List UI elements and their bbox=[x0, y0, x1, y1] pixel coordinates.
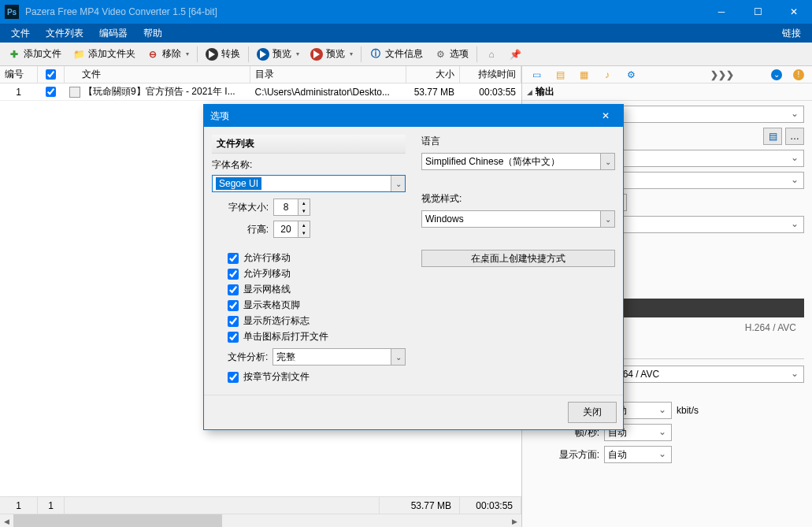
file-analysis-combo[interactable]: 完整⌄ bbox=[273, 348, 406, 366]
file-info-button[interactable]: ⓘ文件信息 bbox=[365, 45, 428, 64]
circle-info-icon[interactable]: ! bbox=[793, 69, 804, 80]
close-window-button[interactable]: ✕ bbox=[776, 0, 812, 24]
horizontal-scrollbar[interactable]: ◀ ▶ bbox=[0, 514, 521, 527]
table-row[interactable]: 1 【玩命關頭9】官方預告 - 2021年 I... C:\Users\Admi… bbox=[0, 84, 521, 101]
chk-gridlines[interactable] bbox=[228, 284, 239, 295]
font-name-value: Segoe UI bbox=[216, 177, 261, 190]
visual-style-combo[interactable]: Windows⌄ bbox=[421, 210, 615, 228]
chk-row-move[interactable] bbox=[228, 253, 239, 264]
desktop-shortcut-label: 在桌面上创建快捷方式 bbox=[471, 252, 565, 265]
convert-icon bbox=[206, 48, 218, 61]
browse-list-button[interactable]: ▤ bbox=[763, 128, 782, 145]
status-bar: 1 1 53.77 MB 00:03:55 bbox=[0, 496, 521, 514]
minimize-button[interactable]: ─ bbox=[703, 0, 740, 24]
aspect-select[interactable]: 自动 bbox=[604, 446, 672, 463]
gear-icon: ⚙ bbox=[434, 48, 447, 61]
th-directory[interactable]: 目录 bbox=[250, 66, 406, 83]
chk-col-move[interactable] bbox=[228, 269, 239, 280]
combo-dropdown-icon[interactable]: ⌄ bbox=[600, 154, 614, 169]
dropdown-arrow-icon: ▾ bbox=[350, 50, 353, 58]
tab-document-icon[interactable]: ▤ bbox=[554, 69, 566, 80]
dialog-right-column: 语言 Simplified Chinese（简体中文）⌄ 视觉样式: Windo… bbox=[421, 135, 615, 387]
spin-down-icon[interactable]: ▾ bbox=[298, 207, 310, 215]
menu-file[interactable]: 文件 bbox=[3, 24, 38, 43]
home-icon: ⌂ bbox=[485, 48, 498, 61]
combo-dropdown-icon[interactable]: ⌄ bbox=[391, 176, 405, 191]
spin-up-icon[interactable]: ▴ bbox=[298, 199, 310, 207]
header-checkbox[interactable] bbox=[46, 69, 56, 80]
preview-red-button[interactable]: 预览▾ bbox=[306, 45, 358, 64]
output-title: 输出 bbox=[536, 85, 554, 98]
file-analysis-label: 文件分析: bbox=[228, 351, 268, 364]
th-file[interactable]: 文件 bbox=[65, 66, 250, 83]
dialog-close-button[interactable]: ✕ bbox=[595, 105, 617, 127]
chk-click-open[interactable] bbox=[228, 332, 239, 343]
dialog-title: 选项 bbox=[210, 109, 595, 123]
tab-audio-icon[interactable]: ♪ bbox=[601, 69, 614, 80]
dialog-close-btn[interactable]: 关闭 bbox=[568, 402, 617, 423]
menu-link[interactable]: 链接 bbox=[774, 24, 809, 43]
chk-chapter-split[interactable] bbox=[228, 372, 239, 383]
create-desktop-shortcut-button[interactable]: 在桌面上创建快捷方式 bbox=[421, 250, 615, 267]
browse-more-button[interactable]: … bbox=[785, 128, 804, 145]
remove-button[interactable]: ⊖移除▾ bbox=[142, 45, 194, 64]
tab-folder-icon[interactable]: ▭ bbox=[530, 69, 543, 80]
remove-icon: ⊖ bbox=[146, 48, 159, 61]
menu-help[interactable]: 帮助 bbox=[135, 24, 170, 43]
options-dialog: 选项 ✕ 文件列表 字体名称: Segoe UI ⌄ 字体大小: ▴▾ 行高: … bbox=[203, 104, 624, 430]
add-file-label: 添加文件 bbox=[24, 47, 61, 61]
menu-file-list[interactable]: 文件列表 bbox=[38, 24, 91, 43]
home-button[interactable]: ⌂ bbox=[480, 45, 502, 64]
options-label: 选项 bbox=[450, 47, 469, 61]
chk-sel-marker-label: 显示所选行标志 bbox=[243, 314, 310, 328]
tab-video-icon[interactable]: ▦ bbox=[577, 69, 590, 80]
preview-blue-button[interactable]: 预览▾ bbox=[252, 45, 304, 64]
row-height-spinner[interactable]: ▴▾ bbox=[273, 221, 310, 238]
row-file: 【玩命關頭9】官方預告 - 2021年 I... bbox=[65, 84, 250, 100]
row-checkbox[interactable] bbox=[46, 87, 56, 97]
preview-blue-icon bbox=[257, 48, 269, 61]
language-value: Simplified Chinese（简体中文） bbox=[425, 155, 560, 169]
preview2-label: 预览 bbox=[326, 47, 345, 61]
combo-dropdown-icon[interactable]: ⌄ bbox=[391, 349, 405, 365]
row-height-input[interactable] bbox=[273, 221, 298, 238]
app-icon: Ps bbox=[5, 5, 19, 19]
dialog-titlebar[interactable]: 选项 ✕ bbox=[204, 105, 623, 127]
chk-sel-marker[interactable] bbox=[228, 316, 239, 327]
tab-settings-icon[interactable]: ⚙ bbox=[625, 69, 637, 80]
spin-up-icon[interactable]: ▴ bbox=[298, 221, 310, 229]
add-folder-button[interactable]: 📁添加文件夹 bbox=[68, 45, 140, 64]
combo-dropdown-icon[interactable]: ⌄ bbox=[600, 211, 614, 227]
output-section-header[interactable]: ◢ 输出 bbox=[522, 84, 812, 101]
pin-button[interactable]: 📌 bbox=[504, 45, 526, 64]
menu-encoder[interactable]: 编码器 bbox=[91, 24, 135, 43]
th-size[interactable]: 大小 bbox=[406, 66, 460, 83]
th-checkbox[interactable] bbox=[38, 66, 65, 83]
chk-row-move-label: 允许行移动 bbox=[243, 251, 291, 265]
options-button[interactable]: ⚙选项 bbox=[429, 45, 473, 64]
font-name-combo[interactable]: Segoe UI ⌄ bbox=[212, 175, 406, 192]
circle-down-icon[interactable]: ⌄ bbox=[771, 69, 782, 80]
maximize-button[interactable]: ☐ bbox=[740, 0, 776, 24]
add-file-button[interactable]: ✚添加文件 bbox=[3, 45, 66, 64]
font-size-spinner[interactable]: ▴▾ bbox=[273, 199, 310, 216]
table-header: 编号 文件 目录 大小 持续时间 bbox=[0, 66, 521, 84]
scroll-left-arrow[interactable]: ◀ bbox=[0, 514, 13, 527]
vcodec-select[interactable]: H.264 / AVC bbox=[604, 366, 804, 383]
language-label: 语言 bbox=[421, 135, 615, 148]
scroll-thumb[interactable] bbox=[13, 514, 222, 527]
menubar: 文件 文件列表 编码器 帮助 链接 bbox=[0, 24, 812, 43]
convert-button[interactable]: 转换 bbox=[201, 45, 245, 64]
th-number[interactable]: 编号 bbox=[0, 66, 38, 83]
preview-red-icon bbox=[310, 48, 323, 61]
language-combo[interactable]: Simplified Chinese（简体中文）⌄ bbox=[421, 153, 615, 170]
scroll-right-arrow[interactable]: ▶ bbox=[508, 514, 521, 527]
font-size-input[interactable] bbox=[273, 199, 298, 216]
chevrons-icon[interactable]: ❯❯❯ bbox=[710, 69, 734, 80]
chk-footer[interactable] bbox=[228, 300, 239, 311]
spin-down-icon[interactable]: ▾ bbox=[298, 229, 310, 237]
collapse-triangle-icon: ◢ bbox=[527, 88, 532, 96]
chk-col-move-label: 允许列移动 bbox=[243, 267, 291, 280]
visual-style-value: Windows bbox=[425, 213, 464, 225]
th-duration[interactable]: 持续时间 bbox=[460, 66, 521, 83]
